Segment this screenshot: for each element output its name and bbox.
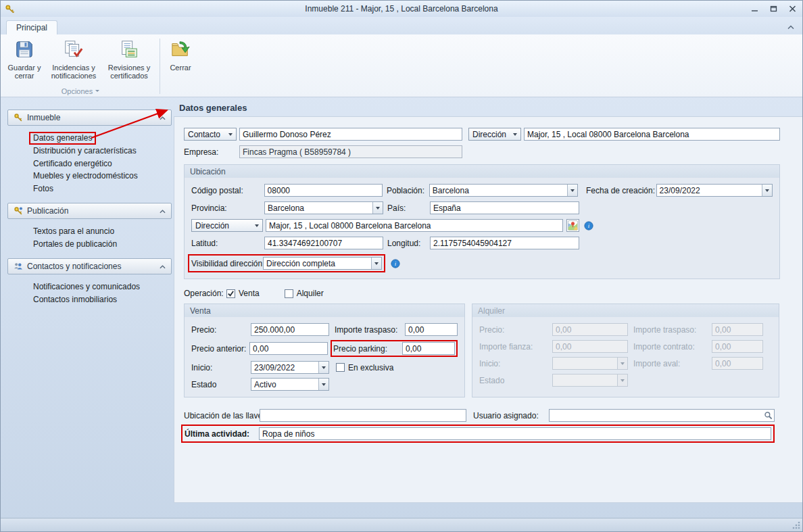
inicio-date-combo[interactable]: 23/09/2022	[251, 361, 329, 374]
en-exclusiva-checkbox[interactable]	[336, 363, 345, 372]
key-icon	[14, 113, 23, 122]
visibilidad-direccion-label: Visibilidad dirección:	[191, 259, 263, 268]
chevron-down-icon[interactable]	[372, 202, 383, 214]
nav-title-publicacion: Publicación	[27, 206, 155, 216]
nav-header-publicacion[interactable]: Publicación	[7, 203, 172, 219]
alquiler-precio-input	[552, 323, 628, 336]
poblacion-combo[interactable]: Barcelona	[429, 184, 578, 197]
llaves-input[interactable]	[260, 409, 466, 422]
annotation-box-visibilidad: Visibilidad dirección: Dirección complet…	[188, 254, 385, 272]
content-area: Datos generales Contacto Dirección Empre…	[174, 101, 802, 518]
sidebar-item-datos-generales[interactable]: Datos generales	[29, 132, 96, 145]
titlebar[interactable]: Inmueble 211 - Major, 15 , Local Barcelo…	[1, 1, 802, 17]
latitud-label: Latitud:	[191, 239, 264, 248]
precio-label: Precio:	[191, 325, 251, 335]
estado-combo[interactable]: Activo	[251, 378, 329, 391]
alquiler-checkbox[interactable]	[285, 289, 293, 298]
visibilidad-direccion-combo[interactable]: Dirección completa	[263, 257, 382, 270]
sidebar-item-muebles-electrodomesticos[interactable]: Muebles y electrodomésticos	[7, 170, 172, 183]
chevron-down-icon	[513, 133, 517, 136]
inicio-label: Inicio:	[191, 363, 251, 372]
close-folder-icon	[170, 39, 191, 62]
fecha-creacion-combo[interactable]: 23/09/2022	[656, 184, 773, 197]
usuario-asignado-field[interactable]	[549, 409, 775, 422]
group-options-chevron-icon[interactable]	[95, 90, 99, 92]
nav-items-publicacion: Textos para el anuncio Portales de publi…	[7, 219, 172, 258]
precio-anterior-label: Precio anterior:	[191, 344, 249, 354]
importe-traspaso-input[interactable]	[405, 323, 458, 336]
incidents-notifications-button[interactable]: Incidencias y notificaciones	[45, 36, 102, 85]
latitud-input[interactable]	[264, 237, 383, 249]
chevron-down-icon[interactable]	[318, 379, 328, 390]
importe-contrato-input	[712, 340, 763, 353]
precio-parking-input[interactable]	[402, 342, 455, 355]
sidebar-item-notificaciones-comunicados[interactable]: Notificaciones y comunicados	[7, 281, 172, 293]
sidebar-item-contactos-inmobiliarios[interactable]: Contactos inmobiliarios	[7, 293, 172, 306]
direccion-ubicacion-input[interactable]	[266, 219, 563, 232]
close-button[interactable]	[786, 3, 798, 14]
pais-input[interactable]	[430, 201, 579, 214]
chevron-down-icon[interactable]	[762, 185, 772, 196]
alquiler-groupbox: Alquiler Precio: Importe traspaso: Impor…	[472, 304, 779, 397]
sidebar-item-portales-publicacion[interactable]: Portales de publicación	[7, 238, 172, 251]
nav-header-inmueble[interactable]: Inmueble	[7, 110, 172, 126]
ribbon-collapse-icon[interactable]	[787, 22, 794, 32]
revisions-certificates-button[interactable]: Revisiones y certificados	[102, 36, 156, 85]
search-icon[interactable]	[764, 411, 773, 420]
venta-checkbox[interactable]	[226, 289, 235, 298]
chevron-up-icon[interactable]	[160, 113, 166, 122]
save-close-button[interactable]: Guardar y cerrar	[3, 36, 45, 85]
chevron-down-icon[interactable]	[371, 258, 381, 269]
alquiler-checkbox-label[interactable]: Alquiler	[297, 289, 324, 298]
contacto-selector-button[interactable]: Contacto	[184, 128, 237, 141]
codigo-postal-label: Código postal:	[191, 186, 264, 195]
alquiler-inicio-label: Inicio:	[479, 359, 552, 368]
llaves-label: Ubicación de las llaves:	[184, 411, 260, 420]
info-icon[interactable]: i	[391, 259, 400, 268]
save-icon	[14, 39, 34, 62]
close-form-button[interactable]: Cerrar	[162, 36, 199, 97]
restore-button[interactable]	[767, 3, 779, 14]
minimize-button[interactable]	[748, 3, 760, 14]
chevron-down-icon[interactable]	[318, 362, 328, 373]
resize-grip[interactable]	[791, 520, 801, 530]
info-icon[interactable]: i	[584, 221, 593, 231]
window-title: Inmueble 211 - Major, 15 , Local Barcelo…	[1, 4, 802, 14]
venta-group-title: Venta	[185, 304, 464, 317]
tab-principal[interactable]: Principal	[6, 20, 57, 34]
en-exclusiva-label[interactable]: En exclusiva	[348, 363, 393, 372]
ribbon-tab-row: Principal	[1, 17, 802, 34]
direccion-selector-button[interactable]: Dirección	[468, 128, 521, 141]
venta-checkbox-label[interactable]: Venta	[239, 289, 260, 298]
chevron-down-icon	[228, 133, 233, 136]
map-button[interactable]	[566, 219, 579, 232]
sidebar-item-distribucion-caracteristicas[interactable]: Distribución y características	[7, 145, 172, 158]
sidebar-item-certificado-energetico[interactable]: Certificado energético	[7, 158, 172, 170]
sidebar-item-textos-anuncio[interactable]: Textos para el anuncio	[7, 225, 172, 238]
provincia-combo[interactable]: Barcelona	[264, 201, 383, 214]
contacts-icon	[14, 262, 23, 271]
contacto-input[interactable]	[239, 128, 462, 141]
app-window: Inmueble 211 - Major, 15 , Local Barcelo…	[0, 0, 803, 532]
direccion-input[interactable]	[524, 128, 780, 141]
chevron-up-icon[interactable]	[160, 206, 166, 216]
ribbon-group-opciones: Guardar y cerrar Incidencias y notificac…	[3, 36, 157, 97]
codigo-postal-input[interactable]	[264, 184, 383, 197]
venta-groupbox: Venta Precio: Importe traspaso: Precio a…	[184, 304, 465, 397]
importe-fianza-label: Importe fianza:	[479, 342, 552, 352]
nav-header-contactos[interactable]: Contactos y notificaciones	[7, 258, 172, 274]
importe-fianza-input	[552, 340, 628, 353]
workspace: Inmueble Datos generales Distribución y …	[1, 97, 802, 518]
chevron-down-icon	[617, 358, 627, 369]
alquiler-estado-combo	[552, 374, 628, 387]
chevron-down-icon[interactable]	[567, 185, 577, 196]
ultima-actividad-input[interactable]	[259, 427, 771, 440]
chevron-up-icon[interactable]	[160, 262, 166, 271]
longitud-input[interactable]	[430, 237, 579, 249]
incidents-label: Incidencias y notificaciones	[49, 64, 98, 80]
direccion-ubicacion-selector-button[interactable]: Dirección	[191, 219, 263, 232]
precio-input[interactable]	[251, 323, 329, 336]
precio-anterior-input[interactable]	[249, 342, 328, 355]
sidebar-item-fotos[interactable]: Fotos	[7, 183, 172, 195]
annotation-box-precio-parking: Precio parking:	[331, 340, 458, 357]
